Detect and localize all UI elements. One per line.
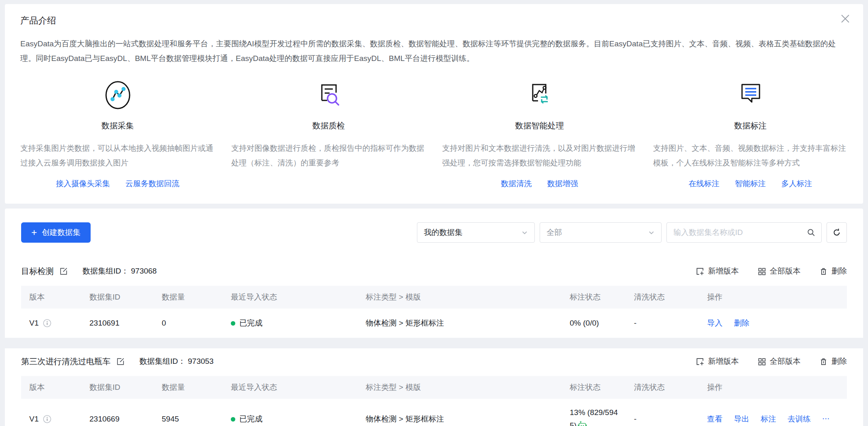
camera-access-link[interactable]: 接入摄像头采集 xyxy=(56,178,110,189)
col-template: 标注类型 > 模版 xyxy=(366,382,570,393)
feature-title: 数据采集 xyxy=(20,120,215,131)
export-link[interactable]: 导出 xyxy=(734,414,749,424)
all-versions-label: 全部版本 xyxy=(770,356,801,367)
info-icon[interactable] xyxy=(43,415,52,424)
row-operations: 查看 导出 标注 去训练 ⋯ xyxy=(707,414,847,424)
search-icon[interactable] xyxy=(807,228,816,237)
table-row: V1 2310669 5945 已完成 物体检测 > 矩形框标注 13% (82… xyxy=(21,399,847,426)
feature-description: 支持图片、文本、音频、视频数据标注，并支持丰富标注模板，个人在线标注及智能标注等… xyxy=(653,141,848,170)
add-version-icon xyxy=(696,267,704,276)
online-annotate-link[interactable]: 在线标注 xyxy=(689,178,720,189)
delete-group-button[interactable]: 删除 xyxy=(819,356,847,367)
go-train-link[interactable]: 去训练 xyxy=(788,414,811,424)
filter-controls: 我的数据集 全部 xyxy=(417,222,847,243)
label-status-value: 13% (829/5945) xyxy=(570,408,618,426)
dataset-list-panel: + 创建数据集 我的数据集 全部 xyxy=(5,209,863,426)
dataset-group-header: 第三次进行清洗过电瓶车 数据集组ID： 973053 新增版本 xyxy=(21,348,847,374)
edit-icon[interactable] xyxy=(59,267,68,276)
intro-title: 产品介绍 xyxy=(20,15,848,27)
add-version-label: 新增版本 xyxy=(708,356,739,367)
view-link[interactable]: 查看 xyxy=(707,414,723,424)
col-count: 数据量 xyxy=(162,382,231,393)
plus-icon: + xyxy=(31,228,37,237)
col-dataset-id: 数据集ID xyxy=(89,292,162,302)
import-link[interactable]: 导入 xyxy=(707,318,723,328)
label-status-value: 0% (0/0) xyxy=(570,317,634,330)
multi-user-annotate-link[interactable]: 多人标注 xyxy=(781,178,812,189)
more-actions-link[interactable]: ⋯ xyxy=(822,414,830,424)
feature-title: 数据标注 xyxy=(653,120,848,131)
feature-description: 支持采集图片类数据，可以从本地接入视频抽帧图片或通过接入云服务调用数据接入图片 xyxy=(20,141,215,170)
delete-link[interactable]: 删除 xyxy=(734,318,749,328)
feature-list: 数据采集 支持采集图片类数据，可以从本地接入视频抽帧图片或通过接入云服务调用数据… xyxy=(20,76,848,189)
edit-icon[interactable] xyxy=(116,357,125,366)
feature-title: 数据智能处理 xyxy=(442,120,637,131)
col-label-status: 标注状态 xyxy=(570,292,634,302)
group-actions: 新增版本 全部版本 删除 xyxy=(696,266,847,276)
trend-circle-icon xyxy=(20,76,215,115)
group-title-area: 目标检测 数据集组ID： 973068 xyxy=(21,266,157,277)
group-title-area: 第三次进行清洗过电瓶车 数据集组ID： 973053 xyxy=(21,356,214,367)
delete-group-button[interactable]: 删除 xyxy=(819,266,847,276)
feature-description: 支持对图片和文本数据进行清洗，以及对图片数据进行增强处理，您可按需选择数据智能处… xyxy=(442,141,637,170)
all-versions-button[interactable]: 全部版本 xyxy=(757,356,801,367)
table-row: V1 2310691 0 已完成 物体检测 > 矩形框标注 0% (0/0) -… xyxy=(21,309,847,338)
smart-annotate-link[interactable]: 智能标注 xyxy=(735,178,766,189)
search-input[interactable] xyxy=(673,228,807,237)
col-template: 标注类型 > 模版 xyxy=(366,292,570,302)
refresh-icon xyxy=(832,228,842,237)
row-operations: 导入 删除 xyxy=(707,318,847,328)
template-value: 物体检测 > 矩形框标注 xyxy=(366,414,570,424)
group-id-label: 数据集组ID： 973068 xyxy=(82,266,157,276)
add-version-icon xyxy=(696,357,704,366)
annotate-link[interactable]: 标注 xyxy=(761,414,776,424)
data-augment-link[interactable]: 数据增强 xyxy=(547,178,578,189)
close-icon[interactable] xyxy=(838,11,853,26)
feature-data-quality: 数据质检 支持对图像数据进行质检，质检报告中的指标可作为数据处理（标注、清洗）的… xyxy=(231,76,426,189)
dataset-search-box xyxy=(666,222,822,243)
scope-select-value: 我的数据集 xyxy=(424,227,462,238)
all-versions-icon xyxy=(757,267,766,276)
type-select-value: 全部 xyxy=(547,227,562,238)
intro-description: EasyData为百度大脑推出的一站式数据处理和服务平台，主要围绕AI模型开发过… xyxy=(20,37,848,66)
dataset-group-header: 目标检测 数据集组ID： 973068 新增版本 xyxy=(21,258,847,284)
create-dataset-label: 创建数据集 xyxy=(42,227,80,238)
chevron-down-icon xyxy=(521,228,529,237)
refresh-button[interactable] xyxy=(827,222,847,243)
delete-group-label: 删除 xyxy=(831,356,847,367)
add-version-button[interactable]: 新增版本 xyxy=(696,356,739,367)
col-import-status: 最近导入状态 xyxy=(231,292,366,302)
col-operations: 操作 xyxy=(707,382,847,393)
trash-icon xyxy=(819,357,828,366)
table-header-row: 版本 数据集ID 数据量 最近导入状态 标注类型 > 模版 标注状态 清洗状态 … xyxy=(21,376,847,399)
smart-annotation-robot-icon[interactable] xyxy=(577,421,587,426)
info-icon[interactable] xyxy=(43,319,52,328)
feature-links: 在线标注 智能标注 多人标注 xyxy=(653,178,848,189)
col-clean-status: 清洗状态 xyxy=(634,382,707,393)
data-clean-link[interactable]: 数据清洗 xyxy=(501,178,532,189)
create-dataset-button[interactable]: + 创建数据集 xyxy=(21,222,91,243)
group-actions: 新增版本 全部版本 删除 xyxy=(696,356,847,367)
dataset-scope-select[interactable]: 我的数据集 xyxy=(417,222,535,243)
dataset-id-value: 2310669 xyxy=(89,415,162,424)
group-name: 第三次进行清洗过电瓶车 xyxy=(21,356,111,367)
col-clean-status: 清洗状态 xyxy=(634,292,707,302)
col-version: 版本 xyxy=(29,292,89,302)
cloud-backflow-link[interactable]: 云服务数据回流 xyxy=(126,178,180,189)
feature-title: 数据质检 xyxy=(231,120,426,131)
add-version-button[interactable]: 新增版本 xyxy=(696,266,739,276)
feature-data-annotation: 数据标注 支持图片、文本、音频、视频数据标注，并支持丰富标注模板，个人在线标注及… xyxy=(653,76,848,189)
import-status-label: 已完成 xyxy=(239,318,263,328)
version-label: V1 xyxy=(29,415,39,424)
label-status-cell: 13% (829/5945) xyxy=(570,406,634,426)
version-label: V1 xyxy=(29,319,39,328)
delete-group-label: 删除 xyxy=(831,266,847,276)
col-import-status: 最近导入状态 xyxy=(231,382,366,393)
status-dot xyxy=(231,321,235,326)
feature-data-collection: 数据采集 支持采集图片类数据，可以从本地接入视频抽帧图片或通过接入云服务调用数据… xyxy=(20,76,215,189)
all-versions-button[interactable]: 全部版本 xyxy=(757,266,801,276)
dataset-type-select[interactable]: 全部 xyxy=(540,222,662,243)
data-count-value: 0 xyxy=(162,319,231,328)
feature-links: 接入摄像头采集 云服务数据回流 xyxy=(20,178,215,189)
all-versions-label: 全部版本 xyxy=(770,266,801,276)
